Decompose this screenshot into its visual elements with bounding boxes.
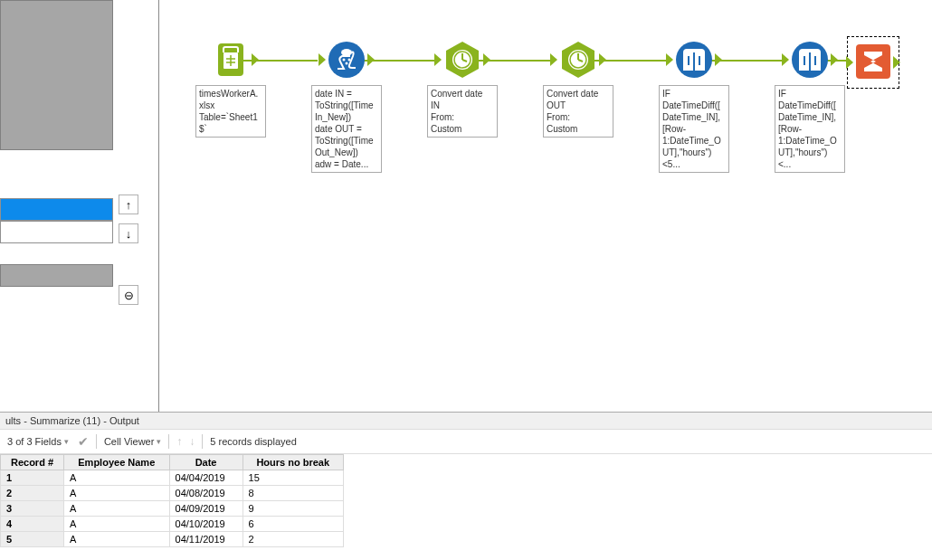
move-down-button[interactable]: ↓ [119, 223, 138, 243]
cell: 04/08/2019 [169, 486, 243, 501]
cell: 04/04/2019 [169, 470, 243, 486]
cell: 15 [243, 470, 343, 486]
col-header[interactable]: Employee Name [64, 455, 170, 470]
datetime-icon [558, 40, 598, 80]
input-data-tool[interactable]: timesWorkerA.xlsxTable=`Sheet1$` [195, 40, 266, 138]
row-number: 3 [1, 501, 64, 517]
config-gray-row [0, 264, 113, 287]
row-number: 2 [1, 486, 64, 501]
tool-label: timesWorkerA.xlsxTable=`Sheet1$` [195, 85, 266, 138]
table-row[interactable]: 5 A 04/11/2019 2 [1, 532, 344, 547]
svg-point-4 [328, 42, 365, 78]
config-preview [0, 0, 113, 150]
summarize-tool[interactable] [854, 43, 892, 86]
record-count-label: 5 records displayed [210, 436, 296, 447]
tool-label: Convert date OUTFrom:Custom [543, 85, 613, 138]
multirow-icon [790, 40, 830, 80]
row-number: 5 [1, 532, 64, 547]
multirow-icon [674, 40, 714, 80]
tool-label: Convert date INFrom:Custom [427, 85, 498, 138]
up-arrow-icon[interactable]: ↑ [176, 435, 182, 448]
list-row[interactable] [0, 221, 113, 243]
cell: A [64, 501, 170, 517]
datetime-icon [442, 40, 482, 80]
col-header[interactable]: Record # [1, 455, 64, 470]
separator [202, 434, 203, 449]
check-icon[interactable]: ✔ [78, 434, 89, 449]
input-data-icon [211, 40, 251, 80]
svg-point-8 [348, 59, 351, 62]
cell: 04/11/2019 [169, 532, 243, 547]
move-up-button[interactable]: ↑ [119, 195, 138, 214]
tool-label: date IN = ToString([Time In_New])date OU… [311, 85, 382, 173]
col-header[interactable]: Hours no break [243, 455, 343, 470]
results-table: Record # Employee Name Date Hours no bre… [0, 454, 344, 547]
table-row[interactable]: 4 A 04/10/2019 6 [1, 517, 344, 532]
cell: 2 [243, 532, 343, 547]
datetime-tool[interactable]: Convert date INFrom:Custom [427, 40, 498, 138]
multirow-formula-tool[interactable]: IF DateTimeDiff([DateTime_IN],[Row-1:Dat… [775, 40, 845, 173]
col-header[interactable]: Date [169, 455, 243, 470]
cell: A [64, 486, 170, 501]
datetime-tool[interactable]: Convert date OUTFrom:Custom [543, 40, 613, 138]
separator [168, 434, 169, 449]
cell: A [64, 532, 170, 547]
results-header: ults - Summarize (11) - Output [0, 412, 932, 430]
results-toolbar: 3 of 3 Fields ✔ Cell Viewer ↑ ↓ 5 record… [0, 430, 932, 454]
cell: 6 [243, 517, 343, 532]
table-row[interactable]: 2 A 04/08/2019 8 [1, 486, 344, 501]
tool-label: IF DateTimeDiff([DateTime_IN],[Row-1:Dat… [659, 85, 729, 173]
multirow-formula-tool[interactable]: IF DateTimeDiff([DateTime_IN],[Row-1:Dat… [659, 40, 729, 173]
table-header-row: Record # Employee Name Date Hours no bre… [1, 455, 344, 470]
cell: 9 [243, 501, 343, 517]
cell-viewer-dropdown[interactable]: Cell Viewer [104, 436, 161, 447]
remove-button[interactable]: ⊖ [119, 285, 138, 305]
workflow-canvas[interactable]: timesWorkerA.xlsxTable=`Sheet1$` date IN… [158, 0, 932, 412]
cell: 04/10/2019 [169, 517, 243, 532]
cell: 8 [243, 486, 343, 501]
cell: 04/09/2019 [169, 501, 243, 517]
formula-icon [327, 40, 366, 80]
table-row[interactable]: 3 A 04/09/2019 9 [1, 501, 344, 517]
table-row[interactable]: 1 A 04/04/2019 15 [1, 470, 344, 486]
fields-dropdown[interactable]: 3 of 3 Fields [7, 436, 69, 447]
separator [96, 434, 97, 449]
row-number: 4 [1, 517, 64, 532]
down-arrow-icon[interactable]: ↓ [189, 435, 195, 448]
config-panel: ↑ ↓ ⊖ [0, 0, 158, 412]
summarize-icon [854, 43, 892, 81]
svg-rect-6 [343, 52, 350, 57]
formula-tool[interactable]: date IN = ToString([Time In_New])date OU… [311, 40, 382, 173]
cell: A [64, 517, 170, 532]
cell: A [64, 470, 170, 486]
list-row-selected[interactable] [0, 198, 113, 221]
svg-point-7 [343, 59, 346, 62]
svg-point-9 [346, 62, 348, 65]
tool-label: IF DateTimeDiff([DateTime_IN],[Row-1:Dat… [775, 85, 845, 173]
row-number: 1 [1, 470, 64, 486]
